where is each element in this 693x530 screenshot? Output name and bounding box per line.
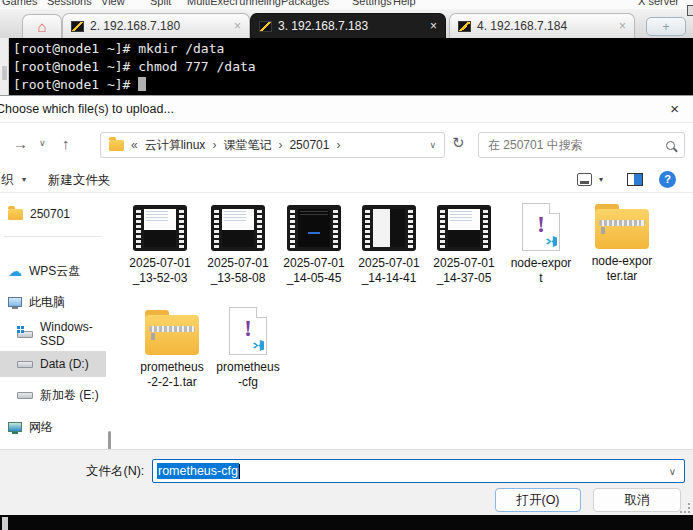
file-prometheus-cfg[interactable]: ! prometheus-cfg: [210, 307, 286, 390]
file-name: node-exporter.tar: [590, 254, 654, 284]
open-button[interactable]: 打开(O): [495, 488, 581, 512]
refresh-icon[interactable]: ↻: [452, 134, 465, 152]
folder-icon: [109, 140, 124, 151]
chevron-down-icon[interactable]: ∨: [429, 140, 436, 150]
breadcrumb-segment[interactable]: 250701: [289, 138, 329, 152]
file-node-export[interactable]: ! node-export: [503, 203, 579, 286]
sidebar-item-data-d[interactable]: Data (D:): [0, 351, 106, 377]
cancel-button[interactable]: 取消: [593, 488, 681, 512]
chevron-right-icon: ›: [278, 138, 282, 152]
exclamation-badge: !: [523, 211, 559, 238]
tab-session-3-active[interactable]: 3. 192.168.7.183 ×: [250, 13, 446, 38]
breadcrumb-segment[interactable]: 云计算linux: [145, 137, 206, 154]
chevron-down-icon[interactable]: ▾: [22, 175, 26, 184]
tab-home[interactable]: ⌂: [22, 14, 62, 38]
video-thumbnail-icon: [437, 205, 491, 251]
file-name: 2025-07-01_14-05-45: [282, 256, 346, 286]
file-video[interactable]: 2025-07-01_13-52-03: [122, 205, 198, 286]
close-icon[interactable]: ×: [601, 19, 626, 33]
bottom-left-notch: [2, 517, 8, 530]
file-name: 2025-07-01_14-14-41: [357, 256, 421, 286]
cancel-button-label: 取消: [625, 492, 650, 509]
sidebar-item-this-pc[interactable]: 此电脑: [0, 289, 106, 315]
nav-history-chevron-icon[interactable]: ∨: [39, 138, 46, 148]
terminal-left-strip: [0, 38, 9, 95]
file-node-exporter-tar[interactable]: node-exporter.tar: [584, 205, 660, 284]
address-bar[interactable]: « 云计算linux › 课堂笔记 › 250701 › ∨: [100, 132, 445, 158]
file-video[interactable]: 2025-07-01_14-14-41: [351, 205, 427, 286]
chevron-down-icon[interactable]: ▾: [599, 175, 603, 184]
menu-help[interactable]: Help: [393, 0, 416, 7]
scrollbar-thumb[interactable]: [2, 66, 7, 80]
video-thumbnail-icon: [133, 205, 187, 251]
drive-icon: [17, 392, 33, 399]
filename-input[interactable]: rometheus-cfg ∨: [152, 459, 685, 483]
sidebar-item-network[interactable]: 网络: [0, 414, 106, 440]
sidebar-item-label: 网络: [29, 419, 53, 436]
sidebar-item-label: 此电脑: [29, 294, 65, 311]
menu-x-server[interactable]: X server: [638, 0, 679, 7]
chevron-down-icon[interactable]: ∨: [669, 466, 680, 477]
sidebar-item-new-volume-e[interactable]: 新加卷 (E:): [0, 382, 106, 408]
yaml-file-icon: !: [229, 307, 267, 355]
terminal-output[interactable]: [root@node1 ~]# mkdir /data[root@node1 ~…: [9, 38, 693, 95]
sidebar-item-label: 250701: [30, 207, 70, 221]
sidebar-item-wps-cloud[interactable]: ☁ WPS云盘: [0, 258, 106, 284]
file-video[interactable]: 2025-07-01_14-37-05: [426, 205, 502, 286]
terminal-line: [root@node1 ~]#: [13, 76, 693, 94]
menu-packages[interactable]: Packages: [281, 0, 329, 7]
help-icon[interactable]: ?: [659, 171, 676, 188]
file-name: 2025-07-01_13-52-03: [128, 256, 192, 286]
file-upload-dialog: Choose which file(s) to upload... × → ∨ …: [0, 95, 693, 515]
close-icon[interactable]: ×: [666, 100, 683, 117]
sidebar-item-label: 新加卷 (E:): [40, 387, 99, 404]
folder-icon: [8, 209, 23, 220]
dialog-title: Choose which file(s) to upload...: [0, 102, 174, 116]
menu-multiexec[interactable]: MultiExec: [187, 0, 235, 7]
menu-view[interactable]: View: [101, 0, 125, 7]
tab-label: 4. 192.168.7.184: [477, 19, 567, 33]
window-control-partial: [687, 5, 693, 16]
menu-split[interactable]: Split: [150, 0, 171, 7]
search-placeholder: 在 250701 中搜索: [488, 137, 583, 154]
preview-pane-icon[interactable]: [627, 173, 643, 186]
terminal-bottom-strip: [0, 515, 693, 530]
command-toolbar: 织 ▾ 新建文件夹 ▾ ?: [0, 166, 693, 193]
sidebar-item-250701[interactable]: 250701: [0, 201, 106, 227]
tab-session-2[interactable]: 2. 192.168.7.180 ×: [62, 13, 250, 38]
breadcrumb-collapse[interactable]: «: [131, 138, 138, 152]
close-icon[interactable]: ×: [412, 19, 437, 33]
sidebar-item-label: WPS云盘: [29, 263, 80, 280]
sidebar-item-windows-ssd[interactable]: Windows-SSD: [0, 321, 106, 347]
navigation-row: → ∨ ↑ « 云计算linux › 课堂笔记 › 250701 › ∨ ↻ 在…: [0, 123, 693, 166]
yaml-file-icon: !: [522, 203, 560, 251]
breadcrumb-segment[interactable]: 课堂笔记: [223, 137, 271, 154]
up-arrow-icon[interactable]: ↑: [62, 135, 70, 152]
resize-grip[interactable]: [680, 503, 690, 513]
computer-icon: [8, 297, 22, 307]
video-thumbnail-icon: [287, 205, 341, 251]
view-mode-icon[interactable]: [577, 173, 592, 186]
file-name: 2025-07-01_14-37-05: [432, 256, 496, 286]
organize-button[interactable]: 织: [1, 172, 14, 189]
forward-arrow-icon[interactable]: →: [13, 135, 28, 152]
new-tab-button[interactable]: +: [646, 17, 686, 36]
new-folder-button[interactable]: 新建文件夹: [48, 172, 111, 189]
session-icon: [259, 21, 272, 32]
text-caret: [239, 464, 240, 479]
menu-settings[interactable]: Settings: [352, 0, 392, 7]
open-button-label: 打开(O): [516, 492, 559, 509]
chevron-right-icon: ›: [336, 138, 340, 152]
menu-tunneling[interactable]: Tunneling: [233, 0, 281, 7]
file-prometheus-tar[interactable]: prometheus-2-2-1.tar: [134, 311, 210, 390]
tab-session-4[interactable]: 4. 192.168.7.184 ×: [449, 13, 635, 38]
file-name: node-export: [509, 256, 573, 286]
dialog-footer: 文件名(N): rometheus-cfg ∨ 打开(O) 取消: [0, 449, 693, 516]
close-icon[interactable]: ×: [216, 19, 241, 33]
file-video[interactable]: 2025-07-01_13-58-08: [200, 205, 276, 286]
system-drive-icon: [17, 331, 33, 338]
menu-sessions[interactable]: Sessions: [47, 0, 92, 7]
search-input[interactable]: 在 250701 中搜索: [478, 132, 685, 158]
menu-games[interactable]: Games: [2, 0, 37, 7]
file-video[interactable]: 2025-07-01_14-05-45: [276, 205, 352, 286]
